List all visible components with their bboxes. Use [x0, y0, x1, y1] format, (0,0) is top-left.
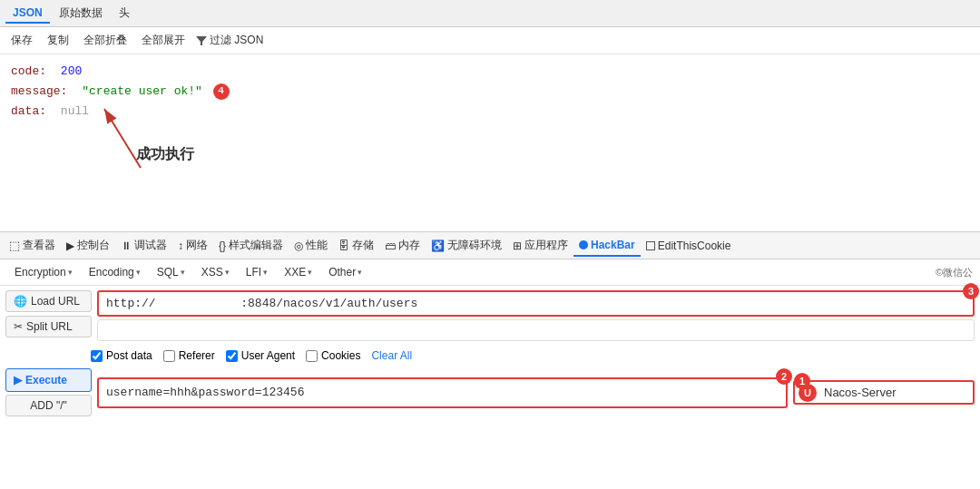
- referer-checkbox[interactable]: [163, 350, 175, 362]
- hackbar-menu: Encryption ▾ Encoding ▾ SQL ▾ XSS ▾ LFI …: [0, 259, 980, 286]
- filter-json-button[interactable]: 过滤 JSON: [196, 33, 263, 48]
- memory-icon: 🗃: [385, 240, 396, 252]
- tab-json[interactable]: JSON: [5, 4, 50, 24]
- tool-performance[interactable]: ◎ 性能: [289, 234, 333, 257]
- filter-icon: [196, 35, 207, 46]
- tool-hackbar[interactable]: HackBar: [573, 235, 641, 257]
- annotation-circle-3: 3: [963, 283, 979, 299]
- editthiscookie-icon: [646, 241, 655, 250]
- post-input-wrapper: 2: [97, 377, 788, 408]
- save-button[interactable]: 保存: [7, 31, 36, 50]
- json-code-line: code: 200: [11, 62, 969, 82]
- menu-lfi[interactable]: LFI ▾: [239, 263, 275, 281]
- storage-icon: 🗄: [338, 240, 349, 252]
- lfi-arrow-icon: ▾: [263, 268, 268, 277]
- xss-arrow-icon: ▾: [225, 268, 230, 277]
- cookies-checkbox[interactable]: [306, 350, 318, 362]
- tool-application[interactable]: ⊞ 应用程序: [507, 234, 573, 257]
- useragent-checkbox-label[interactable]: User Agent: [226, 349, 295, 362]
- sql-arrow-icon: ▾: [181, 268, 185, 277]
- add-slash-button[interactable]: ADD "/": [5, 395, 92, 416]
- hackbar-panel: Encryption ▾ Encoding ▾ SQL ▾ XSS ▾ LFI …: [0, 259, 980, 419]
- menu-other[interactable]: Other ▾: [321, 263, 369, 281]
- load-icon: 🌐: [14, 295, 27, 308]
- url-row: 🌐 Load URL ✂ Split URL 3: [0, 286, 980, 346]
- json-key-message: message:: [11, 84, 67, 98]
- json-key-data: data:: [11, 104, 46, 118]
- split-url-button[interactable]: ✂ Split URL: [5, 316, 92, 337]
- svg-marker-0: [196, 36, 207, 45]
- json-value-code: 200: [61, 64, 82, 78]
- console-icon: ▶: [66, 240, 74, 252]
- json-value-message: "create user ok!": [82, 84, 202, 98]
- json-toolbar: 保存 复制 全部折叠 全部展开 过滤 JSON: [0, 27, 980, 54]
- tool-storage[interactable]: 🗄 存储: [333, 234, 379, 257]
- application-icon: ⊞: [513, 240, 522, 252]
- tab-raw[interactable]: 原始数据: [52, 3, 110, 24]
- performance-icon: ◎: [294, 240, 303, 252]
- url-input-area: 3: [97, 290, 975, 341]
- debugger-icon: ⏸: [121, 240, 132, 252]
- execute-buttons: ▶ Execute ADD "/": [5, 368, 92, 416]
- tool-style-editor[interactable]: {} 样式编辑器: [213, 234, 289, 257]
- encryption-arrow-icon: ▾: [68, 268, 73, 277]
- postdata-checkbox[interactable]: [91, 350, 103, 362]
- execute-button[interactable]: ▶ Execute: [5, 368, 92, 392]
- url-secondary-input[interactable]: [97, 319, 975, 341]
- success-text: 成功执行: [136, 145, 194, 164]
- load-url-button[interactable]: 🌐 Load URL: [5, 290, 92, 312]
- json-tab-bar: JSON 原始数据 头: [0, 0, 980, 27]
- browser-toolbar: ⬚ 查看器 ▶ 控制台 ⏸ 调试器 ↕ 网络 {} 样式编辑器 ◎ 性能 🗄 存…: [0, 231, 980, 259]
- accessibility-icon: ♿: [431, 240, 445, 252]
- tool-editthiscookie[interactable]: EditThisCookie: [641, 236, 737, 256]
- clear-all-button[interactable]: Clear All: [371, 349, 412, 362]
- copy-button[interactable]: 复制: [44, 31, 73, 50]
- network-icon: ↕: [178, 240, 183, 252]
- encoding-arrow-icon: ▾: [136, 268, 141, 277]
- tab-headers[interactable]: 头: [112, 3, 137, 24]
- tool-debugger[interactable]: ⏸ 调试器: [115, 234, 172, 257]
- cookies-checkbox-label[interactable]: Cookies: [306, 349, 360, 362]
- inspector-icon: ⬚: [9, 239, 20, 252]
- xxe-arrow-icon: ▾: [308, 268, 312, 277]
- copyright-text: ©微信公: [936, 266, 973, 279]
- tool-memory[interactable]: 🗃 内存: [379, 234, 426, 257]
- annotation-circle-1: 1: [794, 373, 810, 389]
- server-input-wrapper: 1 U: [793, 380, 975, 405]
- checkboxes-row: Post data Referer User Agent Cookies Cle…: [0, 346, 980, 366]
- menu-xxe[interactable]: XXE ▾: [277, 263, 319, 281]
- tool-accessibility[interactable]: ♿ 无障碍环境: [426, 234, 507, 257]
- postdata-checkbox-label[interactable]: Post data: [91, 349, 152, 362]
- tool-inspector[interactable]: ⬚ 查看器: [4, 234, 61, 257]
- split-icon: ✂: [14, 320, 23, 333]
- side-buttons: 🌐 Load URL ✂ Split URL: [5, 290, 92, 337]
- expand-all-button[interactable]: 全部展开: [138, 31, 189, 50]
- json-content-area: code: 200 message: "create user ok!" 4 d…: [0, 54, 980, 231]
- json-value-data: null: [61, 104, 89, 118]
- annotation-circle-2: 2: [776, 368, 792, 385]
- hackbar-dot-icon: [579, 240, 588, 249]
- execute-play-icon: ▶: [14, 374, 22, 386]
- url-input[interactable]: [97, 290, 975, 317]
- json-message-line: message: "create user ok!" 4: [11, 82, 969, 102]
- post-data-input[interactable]: [97, 377, 788, 408]
- tool-console[interactable]: ▶ 控制台: [61, 234, 115, 257]
- menu-encoding[interactable]: Encoding ▾: [82, 263, 148, 281]
- menu-encryption[interactable]: Encryption ▾: [7, 263, 80, 281]
- useragent-checkbox[interactable]: [226, 350, 238, 362]
- collapse-all-button[interactable]: 全部折叠: [80, 31, 131, 50]
- tool-network[interactable]: ↕ 网络: [172, 234, 213, 257]
- menu-sql[interactable]: SQL ▾: [150, 263, 192, 281]
- menu-xss[interactable]: XSS ▾: [194, 263, 237, 281]
- annotation-circle-4: 4: [213, 83, 230, 100]
- json-key-code: code:: [11, 64, 46, 78]
- json-data-line: data: null: [11, 102, 969, 122]
- other-arrow-icon: ▾: [358, 268, 362, 277]
- post-data-row: ▶ Execute ADD "/" 2 1 U: [0, 366, 980, 419]
- referer-checkbox-label[interactable]: Referer: [163, 349, 215, 362]
- style-icon: {}: [219, 240, 226, 252]
- server-name-input[interactable]: [820, 382, 956, 403]
